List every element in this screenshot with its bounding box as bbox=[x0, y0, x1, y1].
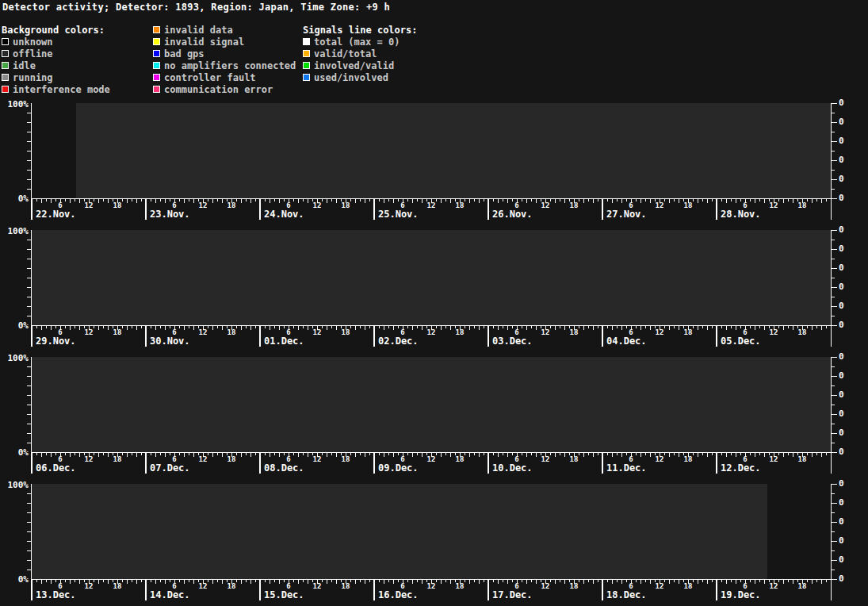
date-label: 13.Dec. bbox=[36, 589, 76, 600]
hour-tick bbox=[303, 326, 304, 328]
hour-tick bbox=[479, 453, 480, 457]
hour-tick bbox=[155, 580, 156, 584]
legend-item-invalid-signal: invalid signal bbox=[153, 36, 296, 48]
date-label: 10.Dec. bbox=[492, 462, 533, 474]
hour-tick bbox=[484, 453, 484, 455]
hour-tick bbox=[640, 453, 641, 457]
date-label: 12.Dec. bbox=[721, 462, 761, 474]
y-right-zero-label: 0 bbox=[839, 224, 851, 235]
hour-tick bbox=[598, 199, 598, 201]
hour-tick bbox=[826, 199, 827, 201]
plot-area bbox=[32, 103, 831, 198]
hour-tick bbox=[640, 580, 641, 584]
hour-tick bbox=[640, 199, 641, 203]
hour-tick bbox=[645, 453, 646, 455]
hour-tick bbox=[674, 453, 675, 455]
day-tick bbox=[602, 580, 603, 600]
hour-label: 12 bbox=[308, 582, 326, 590]
y-tick-right bbox=[832, 268, 837, 269]
y-tick-right bbox=[832, 170, 835, 171]
offline-swatch bbox=[2, 50, 9, 57]
hour-tick bbox=[607, 326, 608, 328]
hour-label: 6 bbox=[280, 201, 297, 209]
hour-tick bbox=[474, 199, 475, 201]
date-label: 24.Nov. bbox=[264, 209, 304, 220]
hour-label: 6 bbox=[622, 455, 640, 463]
hour-tick bbox=[189, 580, 189, 582]
hour-tick bbox=[151, 453, 151, 455]
running-swatch bbox=[2, 74, 9, 81]
y-tick-left bbox=[27, 376, 31, 377]
hour-tick bbox=[555, 199, 556, 203]
y-tick-right bbox=[832, 316, 835, 316]
hour-tick bbox=[721, 326, 722, 328]
hour-tick bbox=[560, 326, 560, 328]
day-tick bbox=[31, 580, 33, 600]
y-label-0: 0% bbox=[2, 194, 29, 204]
y-tick-left bbox=[27, 160, 31, 161]
offline-region bbox=[32, 230, 831, 325]
hour-tick bbox=[712, 453, 713, 455]
y-right-zero-label: 0 bbox=[839, 428, 851, 438]
hour-tick bbox=[674, 199, 675, 201]
hour-tick bbox=[783, 580, 784, 584]
hour-tick bbox=[493, 199, 494, 201]
hour-tick bbox=[583, 580, 584, 584]
day-tick bbox=[373, 580, 375, 600]
legend-label: running bbox=[13, 72, 53, 83]
date-label: 22.Nov. bbox=[36, 209, 76, 220]
hour-tick bbox=[75, 326, 75, 328]
hour-tick bbox=[265, 199, 266, 201]
hour-label: 6 bbox=[166, 328, 183, 336]
idle-swatch bbox=[2, 62, 9, 69]
y-right-zero-label: 0 bbox=[839, 117, 851, 127]
legend-signals-header: Signals line colors: bbox=[303, 24, 418, 36]
y-tick-right bbox=[832, 522, 837, 523]
hour-tick bbox=[331, 580, 332, 582]
hour-tick bbox=[127, 580, 128, 584]
y-tick-right bbox=[832, 531, 835, 532]
hour-tick bbox=[355, 580, 356, 584]
hour-tick bbox=[788, 453, 789, 455]
date-label: 04.Dec. bbox=[606, 336, 647, 347]
hour-tick bbox=[212, 199, 213, 203]
hour-tick bbox=[612, 199, 613, 203]
hour-tick bbox=[141, 326, 142, 328]
hour-tick bbox=[493, 580, 494, 582]
hour-tick bbox=[136, 326, 137, 330]
hour-tick bbox=[474, 453, 475, 455]
y-tick-left bbox=[27, 522, 31, 523]
hour-tick bbox=[41, 453, 42, 457]
hour-label: 12 bbox=[80, 201, 98, 209]
hour-label: 18 bbox=[565, 328, 583, 336]
day-tick bbox=[373, 326, 375, 347]
hour-tick bbox=[98, 453, 99, 457]
hour-tick bbox=[669, 199, 670, 203]
hour-tick bbox=[474, 580, 475, 582]
y-tick-left bbox=[27, 278, 31, 278]
day-tick bbox=[488, 580, 489, 600]
hour-tick bbox=[755, 199, 755, 203]
legend-label: invalid signal bbox=[164, 36, 244, 48]
hour-tick bbox=[270, 199, 270, 203]
hour-tick bbox=[816, 199, 817, 201]
hour-label: 12 bbox=[80, 455, 98, 463]
y-axis-right bbox=[831, 103, 832, 220]
date-label: 07.Dec. bbox=[150, 462, 190, 474]
hour-tick bbox=[417, 453, 418, 455]
hour-tick bbox=[379, 199, 380, 201]
hour-tick bbox=[588, 580, 589, 582]
legend-status-colors: invalid datainvalid signalbad gpsno ampl… bbox=[153, 24, 296, 95]
hour-tick bbox=[184, 199, 185, 203]
hour-tick bbox=[503, 326, 503, 328]
hour-tick bbox=[493, 326, 494, 328]
hour-tick bbox=[555, 453, 556, 457]
hour-tick bbox=[441, 453, 442, 457]
hour-label: 18 bbox=[679, 328, 697, 336]
hour-tick bbox=[98, 326, 99, 330]
hour-tick bbox=[721, 199, 722, 201]
hour-tick bbox=[731, 453, 732, 455]
hour-tick bbox=[331, 453, 332, 455]
hour-label: 18 bbox=[337, 201, 354, 209]
hour-tick bbox=[816, 580, 817, 582]
